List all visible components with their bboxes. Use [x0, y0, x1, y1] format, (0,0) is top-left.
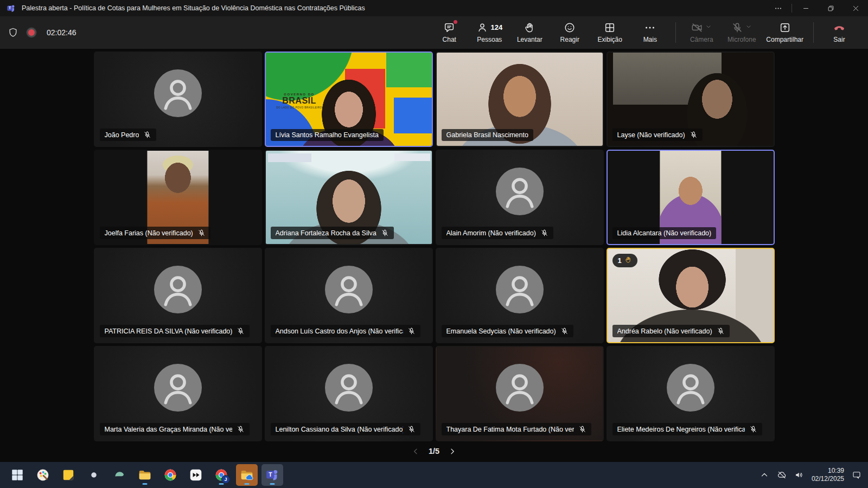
participant-nametag: Lívia Santos Ramalho Evangelista: [271, 129, 384, 141]
teams-window: T Palestra aberta - Política de Cotas pa…: [0, 0, 868, 488]
next-page-icon[interactable]: [448, 447, 456, 455]
running-indicator: [245, 483, 250, 485]
taskbar-app-file-explorer[interactable]: [134, 464, 156, 486]
participant-name: Gabriela Brasil Nascimento: [446, 131, 528, 139]
participant-nametag: Andréa Rabelo (Não verificado): [612, 325, 730, 337]
toolbar-button-icon: [443, 21, 455, 34]
notifications-icon[interactable]: [852, 470, 861, 480]
taskbar-app-capcut[interactable]: [185, 464, 207, 486]
participant-tile-0[interactable]: João Pedro: [94, 52, 262, 147]
window-title: Palestra aberta - Política de Cotas para…: [22, 4, 365, 12]
running-indicator: [270, 483, 275, 485]
mic-muted-icon: [197, 229, 206, 237]
clock-time: 10:39: [812, 467, 844, 475]
participant-nametag: Adriana Fortaleza Rocha da Silva: [271, 227, 394, 239]
meeting-status: 02:02:46: [8, 27, 76, 38]
svg-text:T: T: [269, 472, 272, 478]
restore-button[interactable]: [818, 0, 843, 16]
toolbar-button-leave[interactable]: Sair: [819, 18, 859, 47]
participant-tile-13[interactable]: Lenilton Cassiano da Silva (Não verifica…: [265, 346, 433, 441]
toolbar-button-icon: [731, 21, 752, 34]
participant-tile-6[interactable]: Alain Amorim (Não verificado): [436, 150, 604, 245]
clock-date: 02/12/2025: [812, 475, 844, 483]
toolbar-button-view[interactable]: Exibição: [590, 18, 630, 47]
camera-chevron-down-icon[interactable]: [705, 23, 712, 31]
taskbar-app-paint[interactable]: [32, 464, 54, 486]
gallery-pagination: 1/5: [0, 441, 868, 461]
running-indicator: [219, 483, 224, 485]
participant-tile-1[interactable]: GOVERNO DO BRASIL DO LADO DO POVO BRASIL…: [265, 52, 433, 147]
toolbar-button-label: Compartilhar: [766, 36, 803, 43]
participant-tile-8[interactable]: PATRICIA REIS DA SILVA (Não verificado): [94, 248, 262, 343]
toolbar-button-chat[interactable]: Chat: [429, 18, 469, 47]
participant-grid: João Pedro GOVERNO DO BRASIL DO LADO DO …: [94, 52, 775, 441]
toolbar-button-camera[interactable]: Câmera: [681, 18, 722, 47]
taskbar-app-icon: [240, 468, 254, 482]
toolbar-button-label: Reagir: [560, 36, 579, 43]
raised-hand-badge: 1: [612, 254, 637, 267]
taskbar-app-copilot[interactable]: [83, 464, 105, 486]
toolbar-buttons: Chat 124 Pessoas Levantar Reagir Exibiçã…: [429, 18, 859, 47]
toolbar-button-label: Microfone: [727, 36, 756, 43]
participant-tile-10[interactable]: Emanuela Sedycias (Não verificado): [436, 248, 604, 343]
minimize-button[interactable]: [793, 0, 818, 16]
taskbar-app-icon: T: [265, 468, 279, 482]
participant-tile-11[interactable]: 1 Andréa Rabelo (Não verificado): [607, 248, 775, 343]
participant-tile-2[interactable]: Gabriela Brasil Nascimento: [436, 52, 604, 147]
taskbar-app-start[interactable]: [7, 464, 28, 486]
taskbar-app-icon: [163, 468, 177, 482]
taskbar-app-edge[interactable]: [108, 464, 130, 486]
mic-muted-icon: [560, 327, 569, 335]
volume-icon[interactable]: [794, 470, 804, 480]
toolbar-button-raise-hand[interactable]: Levantar: [509, 18, 550, 47]
participant-tile-14[interactable]: Thayara De Fatima Mota Furtado (Não veri…: [436, 346, 604, 441]
participant-name: Lenilton Cassiano da Silva (Não verifica…: [276, 426, 403, 433]
participant-tile-7[interactable]: Lidia Alcantara (Não verificado): [607, 150, 775, 245]
taskbar-app-onedrive-folder[interactable]: [236, 464, 258, 486]
participant-tile-3[interactable]: Layse (Não verificado): [607, 52, 775, 147]
toolbar-button-microphone[interactable]: Microfone: [722, 18, 762, 47]
tray-chevron-up-icon[interactable]: [760, 470, 769, 480]
participant-tile-12[interactable]: Marta Valeria das Graças Miranda (Não ve…: [94, 346, 262, 441]
window-more-icon[interactable]: [765, 0, 790, 16]
microphone-chevron-down-icon[interactable]: [745, 23, 752, 31]
participant-tile-15[interactable]: Eliete Medeiros De Negreiros (Não verifi…: [607, 346, 775, 441]
toolbar-button-label: Câmera: [690, 36, 713, 43]
participant-nametag: Lenilton Cassiano da Silva (Não verifica…: [271, 423, 420, 435]
page-indicator: 1/5: [429, 447, 439, 455]
participant-nametag: João Pedro: [100, 129, 157, 141]
toolbar-button-label: Pessoas: [477, 36, 502, 43]
taskbar-app-sticky-notes[interactable]: [58, 464, 79, 486]
participant-tile-4[interactable]: Joelfa Farias (Não verificado): [94, 150, 262, 245]
brand-line2: BRASIL: [273, 96, 326, 106]
participant-nametag: Marta Valeria das Graças Miranda (Não ve…: [100, 423, 250, 435]
participant-name: Lidia Alcantara (Não verificado): [617, 229, 712, 237]
toolbar-button-people[interactable]: 124 Pessoas: [469, 18, 509, 47]
taskbar-app-icon: [87, 468, 101, 482]
raised-hand-count: 1: [618, 256, 622, 265]
mic-muted-icon: [690, 131, 698, 139]
previous-page-icon[interactable]: [412, 447, 420, 455]
onedrive-offline-icon[interactable]: [777, 470, 787, 480]
taskbar-app-teams[interactable]: T: [261, 464, 283, 486]
toolbar-button-more[interactable]: Mais: [630, 18, 670, 47]
toolbar-divider: [675, 22, 676, 43]
toolbar-button-icon: 124: [476, 21, 502, 34]
taskbar-app-chrome[interactable]: [159, 464, 181, 486]
running-indicator: [143, 483, 148, 485]
taskbar-clock[interactable]: 10:39 02/12/2025: [812, 467, 844, 483]
participant-tile-9[interactable]: Andson Luís Castro dos Anjos (Não verifi…: [265, 248, 433, 343]
close-button[interactable]: [843, 0, 868, 16]
participant-nametag: Eliete Medeiros De Negreiros (Não verifi…: [612, 423, 762, 435]
participant-nametag: PATRICIA REIS DA SILVA (Não verificado): [100, 325, 250, 337]
windows-taskbar: J T 10:39 02/12/2025: [0, 462, 868, 488]
toolbar-button-label: Levantar: [517, 36, 542, 43]
raised-hand-icon: [624, 256, 632, 265]
toolbar-divider: [813, 22, 814, 43]
toolbar-button-icon: [524, 21, 535, 34]
toolbar-button-share[interactable]: Compartilhar: [762, 18, 808, 47]
mic-muted-icon: [237, 425, 245, 433]
taskbar-app-chrome-profile[interactable]: J: [210, 464, 232, 486]
toolbar-button-react[interactable]: Reagir: [550, 18, 590, 47]
participant-tile-5[interactable]: Adriana Fortaleza Rocha da Silva: [265, 150, 433, 245]
